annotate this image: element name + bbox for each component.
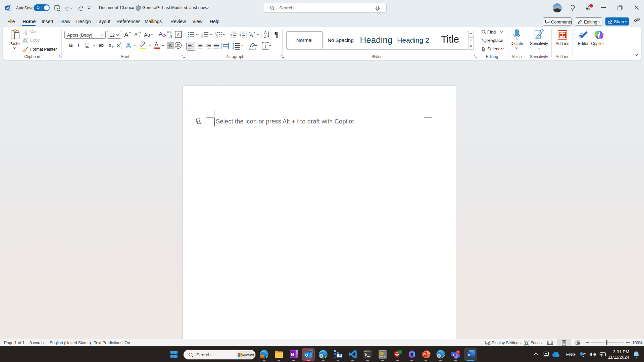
svg-text:A: A <box>177 32 180 37</box>
svg-text:1: 1 <box>201 31 203 34</box>
svg-text:A: A <box>159 31 163 37</box>
svg-text:Aa: Aa <box>144 32 150 38</box>
svg-text:A: A <box>168 43 172 48</box>
svg-text:A: A <box>134 32 138 37</box>
svg-text:x: x <box>117 43 120 48</box>
svg-text:x: x <box>109 43 111 48</box>
svg-text:A: A <box>250 32 253 38</box>
svg-text:W: W <box>467 353 470 356</box>
svg-text:A: A <box>124 31 129 38</box>
svg-text:T: T <box>453 353 455 356</box>
svg-text:2: 2 <box>201 34 203 36</box>
svg-text:P: P <box>423 353 426 357</box>
svg-text:a: a <box>216 34 217 36</box>
svg-text:2: 2 <box>111 46 113 49</box>
svg-text:W: W <box>6 6 9 10</box>
svg-text:O: O <box>305 353 308 357</box>
svg-text:i: i <box>217 36 218 38</box>
svg-text:I: I <box>77 43 80 48</box>
svg-text:B: B <box>69 42 73 48</box>
svg-text:A: A <box>126 42 131 49</box>
svg-text:N: N <box>291 352 294 357</box>
svg-text:Z: Z <box>264 34 266 38</box>
svg-text:U: U <box>85 42 89 48</box>
svg-text:A: A <box>155 42 158 47</box>
svg-text:3: 3 <box>201 36 203 38</box>
svg-text:A: A <box>169 34 172 39</box>
svg-text:1: 1 <box>457 351 459 354</box>
